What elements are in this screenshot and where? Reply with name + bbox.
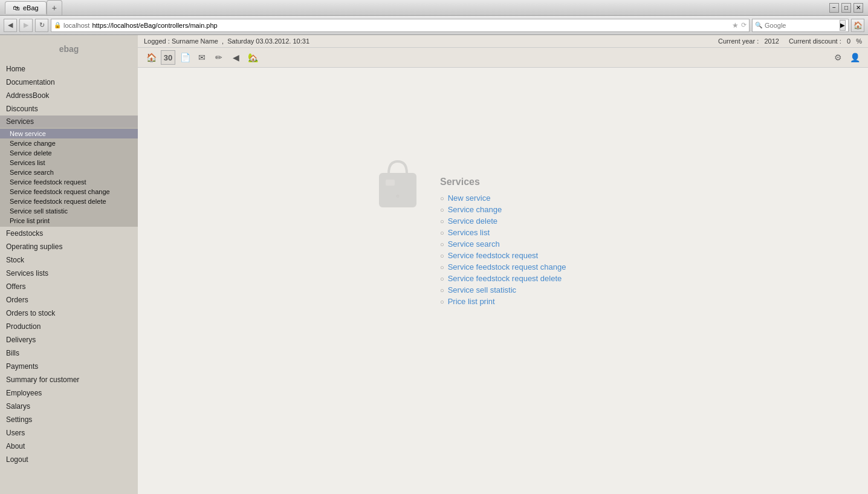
link-service-delete[interactable]: Service delete [448, 216, 497, 226]
link-service-feedstock-request[interactable]: Service feedstock request [448, 251, 539, 260]
logged-info: Logged : Surname Name , Saturday 03.03.2… [144, 37, 309, 45]
sidebar-item-stock[interactable]: Stock [0, 253, 138, 267]
svg-text:e: e [396, 193, 399, 199]
sidebar-item-employees[interactable]: Employees [0, 386, 138, 400]
search-bar[interactable]: 🔍 ▶ [752, 19, 849, 32]
address-input[interactable] [92, 22, 730, 29]
search-input[interactable] [765, 22, 837, 29]
link-service-search[interactable]: Service search [448, 239, 500, 249]
sidebar-item-feedstocks[interactable]: Feedstocks [0, 227, 138, 240]
logged-user: Surname Name [172, 37, 218, 45]
home-button[interactable]: 🏠 [851, 19, 864, 32]
forward-button[interactable]: ▶ [19, 19, 33, 32]
tab-icon: 🛍 [13, 4, 19, 11]
sidebar-item-service-search[interactable]: Service search [0, 167, 138, 177]
new-icon[interactable]: 📄 [178, 50, 192, 65]
logged-label: Logged : [144, 37, 170, 45]
sidebar-item-deliverys[interactable]: Deliverys [0, 333, 138, 346]
address-prefix: localhost [63, 22, 89, 29]
restore-button[interactable]: □ [841, 3, 851, 13]
refresh-button[interactable]: ↻ [35, 19, 48, 32]
current-year-value: 2012 [764, 37, 779, 45]
main-link-service-feedstock-request[interactable]: Service feedstock request [440, 250, 566, 261]
link-price-list-print[interactable]: Price list print [448, 297, 495, 306]
sidebar-item-production[interactable]: Production [0, 320, 138, 333]
logo-area: ebag [0, 37, 138, 62]
sidebar-submenu-services: New service Service change Service delet… [0, 128, 138, 227]
main-link-service-change[interactable]: Service change [440, 204, 566, 215]
house-icon[interactable]: 🏡 [245, 50, 260, 65]
svg-rect-0 [380, 174, 416, 207]
main-link-price-list-print[interactable]: Price list print [440, 296, 566, 307]
current-discount-label: Current discount : 0 % [789, 37, 862, 45]
home-toolbar-icon[interactable]: 🏠 [144, 50, 158, 65]
browser-tab[interactable]: 🛍 eBag [5, 1, 47, 14]
sidebar-item-home[interactable]: Home [0, 62, 138, 76]
sidebar-item-salarys[interactable]: Salarys [0, 400, 138, 413]
sidebar-item-users[interactable]: Users [0, 426, 138, 440]
sidebar-item-documentation[interactable]: Documentation [0, 76, 138, 89]
sidebar-item-summary-for-customer[interactable]: Summary for customer [0, 373, 138, 386]
link-service-sell-statistic[interactable]: Service sell statistic [448, 285, 516, 294]
sidebar-item-payments[interactable]: Payments [0, 360, 138, 373]
services-heading: Services [440, 177, 566, 187]
main-link-service-delete[interactable]: Service delete [440, 215, 566, 227]
link-service-feedstock-request-change[interactable]: Service feedstock request change [448, 262, 566, 271]
svg-rect-1 [386, 180, 395, 186]
sidebar-item-orders[interactable]: Orders [0, 293, 138, 307]
rss-icon[interactable]: ⟳ [741, 21, 747, 29]
new-tab-button[interactable]: + [47, 0, 62, 15]
back-nav-icon[interactable]: ◀ [228, 50, 243, 65]
watermark-bag: e [368, 152, 428, 215]
main-link-service-search[interactable]: Service search [440, 238, 566, 250]
close-button[interactable]: ✕ [853, 3, 863, 13]
sidebar-item-operating-supplies[interactable]: Operating suplies [0, 240, 138, 253]
top-bar-right: Current year : 2012 Current discount : 0… [718, 37, 862, 45]
email-icon[interactable]: ✉ [195, 50, 209, 65]
edit-icon[interactable]: ✏ [212, 50, 226, 65]
sidebar-item-orders-to-stock[interactable]: Orders to stock [0, 307, 138, 320]
sidebar-item-settings[interactable]: Settings [0, 413, 138, 426]
sidebar-item-services-lists[interactable]: Services lists [0, 267, 138, 280]
main-link-service-feedstock-request-delete[interactable]: Service feedstock request delete [440, 273, 566, 284]
address-bar[interactable]: 🔒 localhost ★ ⟳ [51, 19, 750, 32]
sidebar-item-discounts[interactable]: Discounts [0, 102, 138, 115]
link-service-change[interactable]: Service change [448, 205, 502, 214]
sidebar-item-new-service[interactable]: New service [0, 129, 138, 138]
app-container: ebag Home Documentation AddressBook Disc… [0, 35, 868, 494]
calendar-icon[interactable]: 30 [161, 50, 175, 65]
sidebar-item-price-list-print[interactable]: Price list print [0, 216, 138, 226]
main-link-service-sell-statistic[interactable]: Service sell statistic [440, 284, 566, 296]
minimize-button[interactable]: − [829, 3, 839, 13]
sidebar-item-service-change[interactable]: Service change [0, 138, 138, 148]
browser-toolbar: ◀ ▶ ↻ 🔒 localhost ★ ⟳ 🔍 ▶ 🏠 [0, 16, 868, 35]
sidebar-item-service-delete[interactable]: Service delete [0, 148, 138, 158]
sidebar-item-bills[interactable]: Bills [0, 346, 138, 360]
sidebar-item-service-feedstock-request-delete[interactable]: Service feedstock request delete [0, 197, 138, 206]
search-submit-button[interactable]: ▶ [840, 20, 846, 31]
settings-gear-icon[interactable]: ⚙ [831, 50, 845, 65]
user-settings-icon[interactable]: 👤 [847, 50, 862, 65]
sidebar-item-service-sell-statistic[interactable]: Service sell statistic [0, 206, 138, 216]
search-engine-icon: 🔍 [755, 22, 762, 28]
sidebar-item-addressbook[interactable]: AddressBook [0, 89, 138, 102]
bookmark-icon[interactable]: ★ [732, 21, 739, 30]
link-service-feedstock-request-delete[interactable]: Service feedstock request delete [448, 274, 562, 283]
sidebar-item-services[interactable]: Services [0, 115, 138, 128]
sidebar-item-about[interactable]: About [0, 440, 138, 453]
link-new-service[interactable]: New service [448, 193, 491, 203]
main-link-service-feedstock-request-change[interactable]: Service feedstock request change [440, 261, 566, 273]
discount-unit: % [856, 37, 862, 45]
sidebar-item-service-feedstock-request-change[interactable]: Service feedstock request change [0, 187, 138, 197]
back-button[interactable]: ◀ [4, 19, 17, 32]
main-link-new-service[interactable]: New service [440, 192, 566, 204]
sidebar-item-logout[interactable]: Logout [0, 453, 138, 466]
main-link-services-list[interactable]: Services list [440, 227, 566, 238]
link-services-list[interactable]: Services list [448, 228, 490, 237]
address-icon: 🔒 [54, 22, 61, 28]
sidebar-item-offers[interactable]: Offers [0, 280, 138, 293]
sidebar-item-service-feedstock-request[interactable]: Service feedstock request [0, 177, 138, 187]
sidebar-item-services-list[interactable]: Services list [0, 158, 138, 167]
browser-titlebar: 🛍 eBag + − □ ✕ [0, 0, 868, 16]
app-logo: ebag [59, 42, 79, 55]
